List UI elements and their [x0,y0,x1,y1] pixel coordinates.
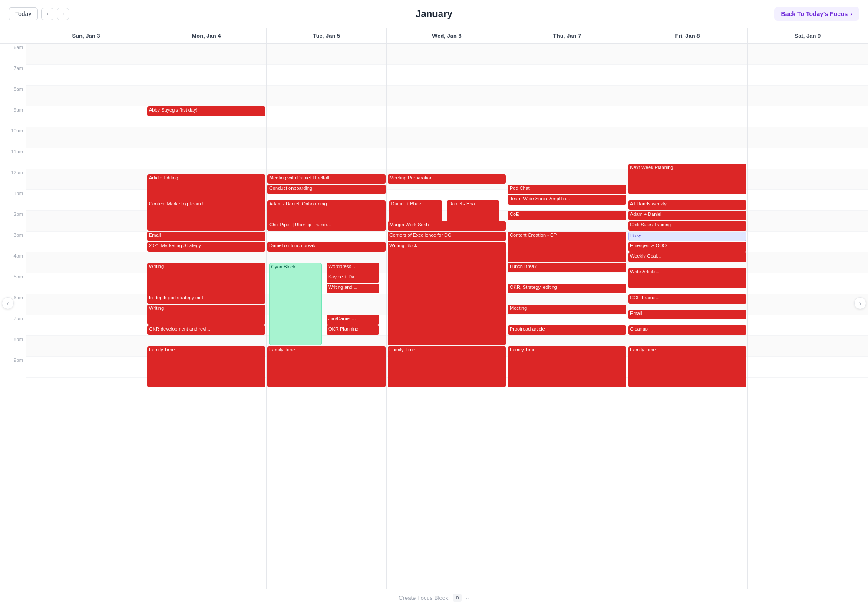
event-block[interactable]: Email [628,310,746,319]
chevron-right-icon: › [850,10,852,17]
event-block[interactable]: Abby Sayeg's first day! [147,106,265,116]
time-label-6am: 6am [0,44,26,65]
next-week-button[interactable]: › [57,8,69,20]
event-block[interactable]: Meeting with Daniel Threlfall [267,174,386,184]
event-block[interactable]: Write Article... [628,268,746,288]
hour-line [507,86,627,106]
event-block[interactable]: Family Time [628,346,746,387]
hour-line [267,106,386,127]
hour-line [26,273,146,294]
hour-line [26,169,146,190]
hour-line [748,315,868,336]
hour-line [26,211,146,232]
event-block[interactable]: Pod Chat [508,185,626,194]
event-block[interactable]: Writing [147,305,265,325]
event-block[interactable]: In-depth pod strategy eidt [147,294,265,304]
event-block[interactable]: Lunch Break [508,263,626,272]
time-label-7am: 7am [0,65,26,86]
shortcut-badge[interactable]: b [453,594,461,602]
event-block[interactable]: COE Frame... [628,294,746,304]
day-col-sat[interactable] [748,44,868,589]
event-block[interactable]: Writing Block [388,242,506,345]
event-block[interactable]: Family Time [147,346,265,387]
hour-line [748,86,868,106]
event-block[interactable]: Cyan Block [269,263,322,345]
day-col-sun[interactable] [26,44,146,589]
event-block[interactable]: Family Time [388,346,506,387]
time-label-8am: 8am [0,86,26,106]
hour-line [267,86,386,106]
header: Today ‹ › January Back To Today's Focus … [0,0,868,28]
hour-line [507,44,627,65]
event-block[interactable]: Team-Wide Social Amplific... [508,195,626,205]
hour-line [146,148,266,169]
event-block[interactable]: Writing and ... [327,284,379,293]
event-block[interactable]: Chili Piper | Uberflip Trainin... [267,221,386,231]
hour-line [507,148,627,169]
create-focus-label: Create Focus Block: [399,595,449,601]
time-label-1pm: 1pm [0,190,26,211]
side-nav-left[interactable]: ‹ [2,297,14,309]
back-today-button[interactable]: Back To Today's Focus › [774,7,859,21]
event-block[interactable]: Content Marketing Team U... [147,200,265,231]
event-block[interactable]: Weekly Goal... [628,252,746,262]
event-block[interactable]: Conduct onboarding [267,185,386,194]
time-label-5pm: 5pm [0,273,26,294]
hour-line [627,65,747,86]
hour-line [146,44,266,65]
event-block[interactable]: Content Creation - CP [508,232,626,262]
hour-line [748,211,868,232]
event-block[interactable]: OKR development and revi... [147,325,265,335]
day-col-tue[interactable]: Meeting with Daniel ThrelfallConduct onb… [267,44,387,589]
event-block[interactable]: 2021 Marketing Strategy [147,242,265,252]
hour-line [748,127,868,148]
hour-line [26,86,146,106]
time-label-2pm: 2pm [0,211,26,232]
day-col-wed[interactable]: Meeting PreparationDaniel + Bhav...Danie… [387,44,507,589]
hour-line [267,148,386,169]
event-block[interactable]: Meeting Preparation [388,174,506,184]
time-label-3pm: 3pm [0,232,26,252]
event-block[interactable]: Emergency OOO [628,242,746,252]
event-block[interactable]: Jim/Daniel ... [327,315,379,325]
event-block[interactable]: All Hands weekly [628,200,746,210]
hour-line [26,148,146,169]
chevron-down-icon[interactable]: ⌄ [465,595,469,601]
grid-body: 6am7am8am9am10am11am12pm1pm2pm3pm4pm5pm6… [0,44,868,589]
event-block[interactable]: Proofread article [508,325,626,335]
event-block[interactable]: Daniel on lunch break [267,242,386,252]
event-block[interactable]: Next Week Planning [628,164,746,194]
hour-line [26,336,146,357]
today-button[interactable]: Today [9,7,38,20]
hour-line [26,44,146,65]
event-block[interactable]: Chili Sales Training [628,221,746,231]
event-block[interactable]: Centers of Excellence for DG [388,232,506,241]
day-header-sat: Sat, Jan 9 [748,28,868,43]
event-block[interactable]: OKR Planning [327,325,379,335]
event-block[interactable]: Family Time [508,346,626,387]
event-block[interactable]: CoE [508,211,626,220]
event-block[interactable]: Margin Work Sesh [388,221,506,231]
hour-line [146,65,266,86]
event-block[interactable]: Adam + Daniel [628,211,746,220]
side-nav-right[interactable]: › [854,297,866,309]
hour-line [507,127,627,148]
day-col-thu[interactable]: Pod ChatTeam-Wide Social Amplific...CoEC… [507,44,627,589]
event-block[interactable]: Busy [628,232,746,241]
hour-line [507,106,627,127]
hour-line [748,44,868,65]
event-block[interactable]: Meeting [508,305,626,314]
hour-line [267,127,386,148]
hour-line [748,357,868,378]
day-header-tue: Tue, Jan 5 [267,28,387,43]
event-block[interactable]: Cleanup [628,325,746,335]
event-block[interactable]: OKR, Strategy, editing [508,284,626,293]
day-col-mon[interactable]: Abby Sayeg's first day!Article EditingCo… [146,44,267,589]
prev-week-button[interactable]: ‹ [41,8,53,20]
event-block[interactable]: Family Time [267,346,386,387]
event-block[interactable]: Kaylee + Da... [327,273,379,283]
event-block[interactable]: Email [147,232,265,241]
hour-line [387,148,507,169]
day-col-fri[interactable]: Next Week PlanningAll Hands weeklyAdam +… [627,44,748,589]
hour-line [387,86,507,106]
